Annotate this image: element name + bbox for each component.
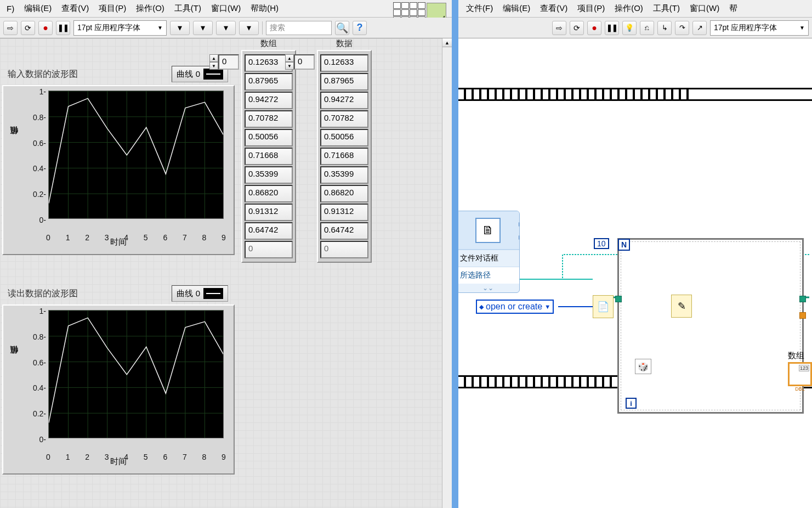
array-cell[interactable]: 0.50056 xyxy=(320,129,368,146)
array-cell[interactable]: 0.87965 xyxy=(320,73,368,91)
menu-file[interactable]: F) xyxy=(2,2,19,15)
step-over-icon[interactable]: ↷ xyxy=(675,21,689,35)
open-create-enum[interactable]: ◆ open or create ▼ xyxy=(476,300,554,314)
run-button[interactable]: ⇨ xyxy=(552,21,566,35)
menu-view[interactable]: 查看(V) xyxy=(536,1,572,16)
chevron-down-icon: ▼ xyxy=(157,25,163,31)
highlight-exec-icon[interactable]: 💡 xyxy=(622,21,637,35)
menubar-right: 文件(F) 编辑(E) 查看(V) 项目(P) 操作(O) 工具(T) 窗口(W… xyxy=(458,0,812,18)
array-cell[interactable]: 0.86820 xyxy=(320,185,368,202)
array-cell[interactable]: 0.12633 xyxy=(320,54,368,72)
array-cell[interactable]: 0.86820 xyxy=(245,185,293,202)
spinner-up-icon[interactable]: ▲ xyxy=(209,54,218,62)
menu-operate[interactable]: 操作(O) xyxy=(610,1,648,16)
run-cont-button[interactable]: ⟳ xyxy=(570,21,584,35)
menu-tools[interactable]: 工具(T) xyxy=(649,1,684,16)
array-cell[interactable]: 0.91312 xyxy=(320,204,368,221)
expand-chevrons-icon[interactable]: ⌄⌄ xyxy=(458,284,519,292)
indicator-label: 数组 xyxy=(788,351,812,361)
menu-file[interactable]: 文件(F) xyxy=(462,1,497,16)
menu-edit[interactable]: 编辑(E) xyxy=(498,1,535,16)
express-vi-output-selected[interactable]: 所选路径 xyxy=(458,267,519,284)
step-into-icon[interactable]: ↳ xyxy=(657,21,672,35)
array-cell[interactable]: 0.64742 xyxy=(320,222,368,240)
align-menu[interactable]: ▾ xyxy=(170,21,190,35)
array-cell[interactable]: 0.64742 xyxy=(245,222,293,240)
run-cont-button[interactable]: ⟳ xyxy=(21,21,35,35)
array-output-index-value[interactable]: 0 xyxy=(294,54,315,70)
font-selector[interactable]: 17pt 应用程序字体 ▼ xyxy=(710,20,809,36)
chart-input-waveform: 输入数据的波形图 曲线 0 幅值 0-0.2-0.4-0.6-0.8-1- 01… xyxy=(0,69,238,239)
spinner-down-icon[interactable]: ▼ xyxy=(285,62,294,70)
sequence-frame[interactable]: 🗎 文件对话框 所选路径 ⌄⌄ ◆ open or create ▼ 📄 10 … xyxy=(458,101,812,375)
array-cell[interactable]: 0.71668 xyxy=(320,148,368,165)
menu-project[interactable]: 项目(P) xyxy=(94,1,130,16)
open-file-function[interactable]: 📄 xyxy=(593,295,614,318)
enum-value: open or create xyxy=(486,302,542,312)
run-button[interactable]: ⇨ xyxy=(3,21,18,35)
for-loop-structure[interactable]: 10 N i ✎ xyxy=(617,238,804,414)
context-help-icon[interactable]: ? xyxy=(353,21,367,35)
array-cell[interactable]: 0.91312 xyxy=(245,204,293,221)
array-cell[interactable]: 0.70782 xyxy=(245,110,293,128)
menu-view[interactable]: 查看(V) xyxy=(57,1,93,16)
front-panel-window: F) 编辑(E) 查看(V) 项目(P) 操作(O) 工具(T) 窗口(W) 帮… xyxy=(0,0,455,508)
scrollbar-up-icon[interactable]: ▲ xyxy=(442,38,452,47)
menu-edit[interactable]: 编辑(E) xyxy=(20,1,56,16)
array-cell[interactable]: 0.87965 xyxy=(245,73,293,91)
array-cell[interactable]: 0.94272 xyxy=(320,92,368,109)
loop-count-constant[interactable]: 10 xyxy=(594,238,609,249)
menu-operate[interactable]: 操作(O) xyxy=(132,1,169,16)
chart-input-plot[interactable] xyxy=(48,91,224,219)
write-file-function[interactable]: ✎ xyxy=(671,295,692,318)
menu-tools[interactable]: 工具(T) xyxy=(170,1,206,16)
array-cell[interactable]: 0.70782 xyxy=(320,110,368,128)
font-selector[interactable]: 17pt 应用程序字体 ▼ xyxy=(73,20,167,36)
pause-button[interactable]: ❚❚ xyxy=(56,21,70,35)
resize-menu[interactable]: ▾ xyxy=(216,21,236,35)
array-cell[interactable]: 0.50056 xyxy=(245,129,293,146)
search-placeholder: 搜索 xyxy=(270,23,285,33)
menu-project[interactable]: 项目(P) xyxy=(573,1,609,16)
array-output-column: 数据 ▲ ▼ 0 0.126330.879650.942720.707820.5… xyxy=(317,38,372,263)
chart-output-legend[interactable]: 曲线 0 xyxy=(172,285,228,302)
chart-output-frame: 幅值 0-0.2-0.4-0.6-0.8-1- 0123456789 时间 xyxy=(2,304,235,475)
menubar-left: F) 编辑(E) 查看(V) 项目(P) 操作(O) 工具(T) 窗口(W) 帮… xyxy=(0,0,452,18)
array-cell-empty[interactable]: 0 xyxy=(245,241,293,258)
menu-help[interactable]: 帮助(H) xyxy=(246,1,283,16)
pause-button[interactable]: ❚❚ xyxy=(605,21,619,35)
array-indicator-terminal[interactable]: 数组 DBL xyxy=(788,351,812,392)
array-output-index-spinner[interactable]: ▲ ▼ 0 xyxy=(285,54,315,70)
menu-window[interactable]: 窗口(W) xyxy=(207,1,245,16)
abort-button[interactable]: ● xyxy=(38,21,53,35)
array-cell[interactable]: 0.35399 xyxy=(320,166,368,184)
menu-window[interactable]: 窗口(W) xyxy=(685,1,724,16)
chart-output-waveform: 读出数据的波形图 曲线 0 幅值 0-0.2-0.4-0.6-0.8-1- 01… xyxy=(0,288,238,458)
array-cell-empty[interactable]: 0 xyxy=(320,241,368,258)
array-terminal-icon xyxy=(788,362,812,386)
array-input-index-value[interactable]: 0 xyxy=(218,54,239,70)
spinner-down-icon[interactable]: ▼ xyxy=(209,62,218,70)
vertical-scrollbar[interactable]: ▲ xyxy=(442,38,452,508)
random-number-function[interactable]: 🎲 xyxy=(635,359,651,374)
array-input-index-spinner[interactable]: ▲ ▼ 0 xyxy=(209,54,239,70)
search-icon[interactable]: 🔍 xyxy=(335,21,349,35)
block-diagram-window: 文件(F) 编辑(E) 查看(V) 项目(P) 操作(O) 工具(T) 窗口(W… xyxy=(455,0,812,508)
loop-tunnel-out xyxy=(799,296,806,302)
array-cell[interactable]: 0.94272 xyxy=(245,92,293,109)
array-cell[interactable]: 0.35399 xyxy=(245,166,293,184)
array-input-label: 数组 xyxy=(241,38,296,49)
search-input[interactable]: 搜索 xyxy=(266,21,332,35)
spinner-up-icon[interactable]: ▲ xyxy=(285,54,294,62)
distribute-menu[interactable]: ▾ xyxy=(193,21,213,35)
menu-help[interactable]: 帮 xyxy=(725,1,742,16)
step-out-icon[interactable]: ↗ xyxy=(692,21,707,35)
array-cell[interactable]: 0.71668 xyxy=(245,148,293,165)
abort-button[interactable]: ● xyxy=(587,21,601,35)
file-dialog-express-vi[interactable]: 🗎 文件对话框 所选路径 ⌄⌄ xyxy=(458,211,520,293)
chart-input-title: 输入数据的波形图 xyxy=(5,69,80,82)
legend-label: 曲线 0 xyxy=(177,289,200,299)
retain-wire-icon[interactable]: ⎌ xyxy=(640,21,654,35)
reorder-menu[interactable]: ▾ xyxy=(239,21,259,35)
chart-output-plot[interactable] xyxy=(48,310,224,438)
